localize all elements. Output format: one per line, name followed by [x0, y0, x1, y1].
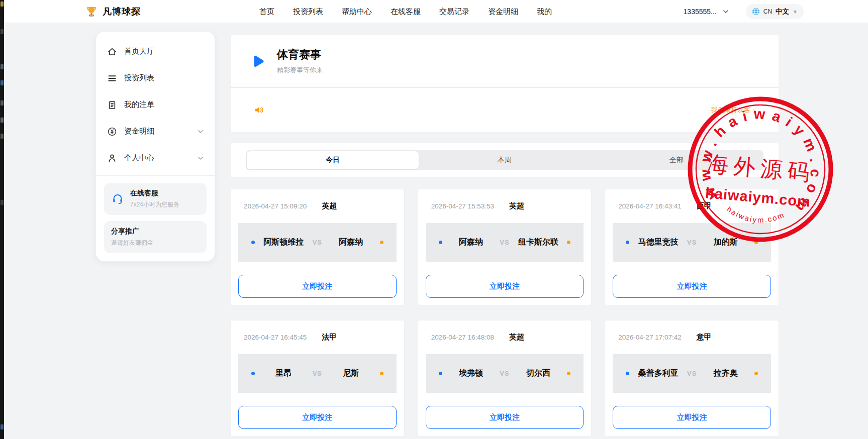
sidebar-item-label: 资金明细 [124, 127, 190, 136]
home-icon [107, 47, 117, 57]
match-league: 西甲 [697, 201, 712, 211]
match-meta: 2026-04-27 16:48:08 英超 [426, 333, 584, 342]
brand-logo[interactable]: 凡博球探 [85, 0, 141, 23]
vs-label: VS [313, 370, 322, 377]
strip-icon-fragment [1, 200, 4, 205]
match-teams: 桑普多利亚 VS 拉齐奥 [613, 354, 771, 393]
match-league: 英超 [509, 201, 524, 211]
vs-label: VS [500, 239, 509, 246]
match-datetime: 2026-04-27 16:43:41 [618, 202, 681, 210]
order-note-icon [107, 100, 117, 110]
tabs-card: 今日 本周 全部 [230, 143, 779, 178]
share-promo-card[interactable]: 分享推广 邀请好友赚佣金 [104, 221, 207, 253]
match-teams: 阿森纳 VS 纽卡斯尔联 [426, 223, 584, 262]
speaker-icon [254, 104, 265, 116]
away-dot-icon [567, 372, 570, 375]
announcement-text: 我们秉持以客 [711, 105, 750, 115]
strip-icon-fragment [1, 424, 4, 429]
date-filter-tabs: 今日 本周 全部 [246, 150, 763, 170]
away-dot-icon [380, 372, 383, 375]
strip-icon-fragment [1, 64, 4, 69]
match-card: 2026-04-27 15:09:20 英超 阿斯顿维拉 VS 阿森纳 立即投注 [230, 189, 405, 305]
sidebar-item-fund-details[interactable]: 资金明细 [104, 118, 207, 145]
match-league: 英超 [322, 201, 337, 211]
user-icon [107, 153, 117, 163]
nav-item-fund-details[interactable]: 资金明细 [488, 7, 518, 17]
match-teams: 埃弗顿 VS 切尔西 [426, 354, 584, 393]
match-card: 2026-04-27 16:43:41 西甲 马德里竞技 VS 加的斯 立即投注 [605, 189, 779, 305]
strip-icon-fragment [1, 80, 4, 85]
nav-item-mine[interactable]: 我的 [537, 7, 552, 17]
home-dot-icon [251, 372, 255, 375]
play-icon [251, 54, 266, 69]
match-meta: 2026-04-27 16:43:41 西甲 [613, 201, 771, 211]
sidebar: 首页大厅 投资列表 我的注单 [95, 31, 215, 262]
match-datetime: 2026-04-27 16:48:08 [431, 334, 494, 341]
sports-hero-card: 体育赛事 精彩赛事等你来 我们秉持以客 › [230, 34, 779, 133]
share-promo-subtitle: 邀请好友赚佣金 [111, 239, 153, 247]
online-service-subtitle: 7x24小时为您服务 [130, 200, 179, 209]
match-card: 2026-04-27 16:45:45 法甲 里昂 VS 尼斯 立即投注 [230, 320, 405, 436]
tab-this-week[interactable]: 本周 [419, 151, 591, 169]
match-meta: 2026-04-27 17:07:42 意甲 [613, 333, 771, 342]
nav-item-home[interactable]: 首页 [259, 7, 274, 17]
away-team: 加的斯 [697, 237, 754, 248]
home-team: 里昂 [255, 368, 313, 379]
sidebar-item-invest-list[interactable]: 投资列表 [104, 65, 207, 91]
match-teams: 里昂 VS 尼斯 [238, 354, 397, 393]
trophy-icon [85, 6, 98, 18]
bet-now-button[interactable]: 立即投注 [238, 406, 397, 429]
account-dropdown[interactable]: 1335555... [684, 8, 729, 16]
nav-item-invest-list[interactable]: 投资列表 [293, 7, 323, 17]
nav-item-online-service[interactable]: 在线客服 [391, 7, 421, 17]
away-dot-icon [754, 241, 758, 244]
bet-now-button[interactable]: 立即投注 [613, 275, 771, 298]
bet-now-button[interactable]: 立即投注 [238, 275, 397, 298]
nav-item-help-center[interactable]: 帮助中心 [342, 7, 372, 17]
chevron-down-icon [198, 130, 204, 134]
match-datetime: 2026-04-27 16:45:45 [244, 334, 307, 341]
chevron-down-icon [723, 10, 729, 14]
match-datetime: 2026-04-27 15:53:53 [431, 202, 494, 210]
sidebar-item-personal-center[interactable]: 个人中心 [104, 145, 207, 171]
strip-icon-fragment [1, 100, 4, 105]
home-dot-icon [626, 241, 629, 244]
bet-now-button[interactable]: 立即投注 [426, 275, 584, 298]
tab-today[interactable]: 今日 [247, 151, 419, 169]
vs-label: VS [313, 239, 322, 246]
sidebar-item-home-hall[interactable]: 首页大厅 [104, 38, 207, 65]
away-team: 拉齐奥 [697, 368, 754, 379]
main-content: 体育赛事 精彩赛事等你来 我们秉持以客 › 今 [230, 34, 779, 436]
tab-all[interactable]: 全部 [591, 151, 762, 169]
sidebar-item-label: 我的注单 [124, 100, 204, 109]
bet-now-button[interactable]: 立即投注 [426, 406, 584, 429]
match-teams: 阿斯顿维拉 VS 阿森纳 [238, 223, 397, 262]
home-team: 阿森纳 [442, 237, 500, 248]
announcement-bar: 我们秉持以客 › [231, 88, 779, 132]
language-selector[interactable]: CN 中文 ▼ [746, 4, 804, 19]
account-number: 1335555... [684, 8, 717, 16]
match-league: 法甲 [322, 333, 337, 342]
match-teams: 马德里竞技 VS 加的斯 [613, 223, 771, 262]
home-dot-icon [626, 372, 629, 375]
headset-icon [111, 192, 124, 205]
sidebar-item-my-orders[interactable]: 我的注单 [104, 91, 207, 118]
home-dot-icon [439, 241, 442, 244]
top-menu: 首页 投资列表 帮助中心 在线客服 交易记录 资金明细 我的 [259, 0, 552, 23]
match-league: 意甲 [697, 333, 712, 342]
vs-label: VS [687, 370, 697, 377]
match-league: 英超 [509, 333, 524, 342]
match-meta: 2026-04-27 16:45:45 法甲 [238, 333, 397, 342]
home-team: 马德里竞技 [629, 237, 687, 248]
away-team: 切尔西 [510, 368, 567, 379]
match-meta: 2026-04-27 15:53:53 英超 [426, 201, 584, 211]
announcement-link[interactable]: 我们秉持以客 › [711, 105, 755, 115]
language-code: CN [763, 8, 772, 15]
sidebar-item-label: 个人中心 [124, 153, 190, 163]
home-team: 桑普多利亚 [629, 368, 687, 379]
online-service-card[interactable]: 在线客服 7x24小时为您服务 [104, 183, 207, 215]
bet-now-button[interactable]: 立即投注 [613, 406, 771, 429]
strip-icon-fragment [1, 2, 4, 7]
language-label: 中文 [776, 7, 789, 16]
nav-item-trade-records[interactable]: 交易记录 [439, 7, 469, 17]
